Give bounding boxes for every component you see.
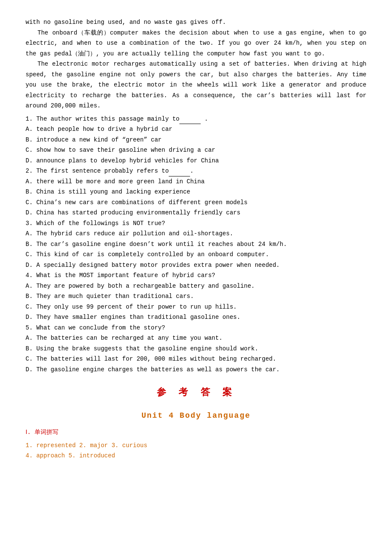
q3-optC: C. This kind of car is completely contro…	[26, 249, 366, 260]
question-5: 5. What can we conclude from the story? …	[26, 323, 366, 375]
question-1: 1. The author writes this passage mainly…	[26, 114, 366, 166]
q4-optC: C. They only use 99 percent of their pow…	[26, 302, 366, 312]
section1-label: Ⅰ. 单词拼写	[26, 428, 366, 438]
question-4: 4. What is the MOST important feature of…	[26, 270, 366, 323]
unit-title: Unit 4 Body language	[26, 409, 366, 422]
q1-num: 1. The author writes this passage mainly…	[26, 116, 179, 122]
answers-line1: 1. represented 2. major 3. curious	[26, 440, 366, 451]
q3-optB: B. The car’s gasoline engine doesn’t wor…	[26, 239, 366, 250]
paragraph1: with no gasoline being used, and no wast…	[26, 17, 366, 28]
q1-optD: D. announce plans to develop hybrid vehi…	[26, 156, 366, 166]
q1-blank	[179, 124, 201, 124]
passage-text: with no gasoline being used, and no wast…	[26, 17, 366, 111]
q2-optB: B. China is still young and lacking expe…	[26, 187, 366, 197]
paragraph3: The electronic motor recharges automatic…	[26, 59, 366, 111]
q1-optB: B. introduce a new kind of “green” car	[26, 135, 366, 145]
q5-text: 5. What can we conclude from the story?	[26, 323, 366, 333]
q5-optD: D. The gasoline engine charges the batte…	[26, 364, 366, 375]
question-3: 3. Which of the followings is NOT true? …	[26, 218, 366, 271]
page-content: with no gasoline being used, and no wast…	[26, 17, 366, 461]
q1-optC: C. show how to save their gasoline when …	[26, 145, 366, 156]
q2-optD: D. China has started producing environme…	[26, 208, 366, 218]
q2-optC: C. China’s new cars are combinations of …	[26, 197, 366, 208]
q5-optB: B. Using the brake suggests that the gas…	[26, 344, 366, 354]
q5-optA: A. The batteries can be recharged at any…	[26, 333, 366, 344]
q4-optB: B. They are much quieter than traditiona…	[26, 291, 366, 302]
q1-optA: A. teach people how to drive a hybrid ca…	[26, 124, 366, 135]
q4-text: 4. What is the MOST important feature of…	[26, 270, 366, 281]
q2-num: 2. The first sentence probably refers to	[26, 168, 169, 174]
q3-optA: A. The hybrid cars reduce air pollution …	[26, 228, 366, 239]
q2-optA: A. there will be more and more green lan…	[26, 176, 366, 187]
q3-optD: D. A specially designed battery motor pr…	[26, 260, 366, 271]
answer-section: 参 考 答 案 Unit 4 Body language Ⅰ. 单词拼写 1. …	[26, 385, 366, 461]
question-2: 2. The first sentence probably refers to…	[26, 166, 366, 218]
q3-text: 3. Which of the followings is NOT true?	[26, 218, 366, 229]
paragraph2: The onboard（车载的）computer makes the decis…	[26, 28, 366, 59]
answer-title: 参 考 答 案	[26, 385, 366, 401]
questions-section: 1. The author writes this passage mainly…	[26, 114, 366, 375]
answers-line2: 4. approach 5. introduced	[26, 451, 366, 461]
q4-optD: D. They have smaller engines than tradit…	[26, 312, 366, 323]
q5-optC: C. The batteries will last for 200, 000 …	[26, 354, 366, 364]
q4-optA: A. They are powered by both a rechargeab…	[26, 281, 366, 292]
